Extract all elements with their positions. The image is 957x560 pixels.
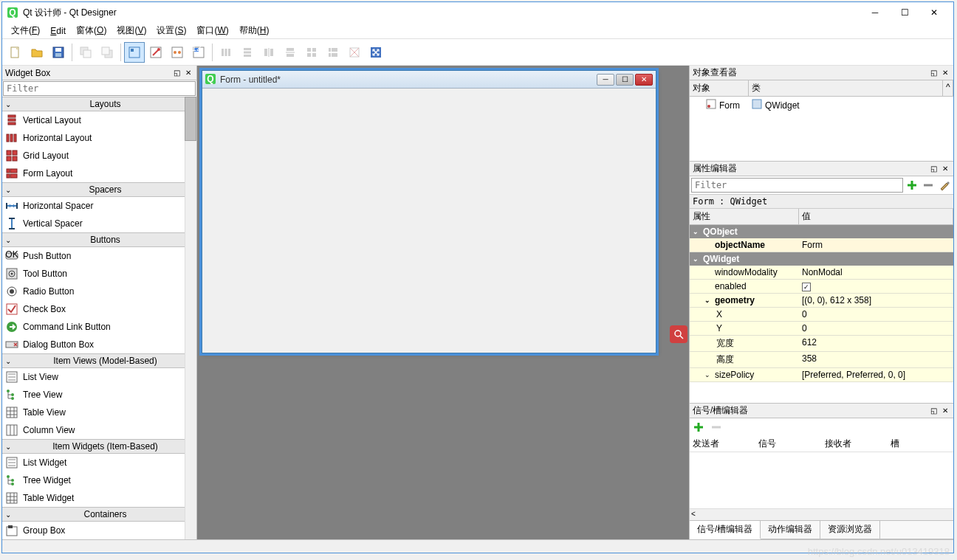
signal-hscroll[interactable]: < <box>690 508 953 520</box>
break-layout-button[interactable] <box>344 42 365 63</box>
qwidget-class-icon <box>752 99 762 111</box>
tab-信号/槽编辑器[interactable]: 信号/槽编辑器 <box>690 521 761 539</box>
category-item-views-model-based-[interactable]: ⌄Item Views (Model-Based) <box>2 353 196 368</box>
form-window[interactable]: Q Form - untitled* ─ ☐ ✕ <box>202 70 656 353</box>
menu-设置[interactable]: 设置(S) <box>152 23 191 38</box>
property-geometry-X[interactable]: X0 <box>690 308 953 322</box>
widget-tree-view[interactable]: Tree View <box>2 386 196 404</box>
bring-front-button[interactable] <box>97 42 117 63</box>
signal-list[interactable] <box>690 452 953 508</box>
layout-form-button[interactable] <box>323 42 343 63</box>
widget-dialog-button-box[interactable]: Dialog Button Box <box>2 336 196 353</box>
widget-column-view[interactable]: Column View <box>2 421 196 439</box>
layout-vertical-button[interactable] <box>237 42 258 63</box>
form-minimize-button[interactable]: ─ <box>597 74 614 86</box>
maximize-button[interactable]: ☐ <box>890 4 919 21</box>
dock-close-button[interactable]: ✕ <box>940 164 950 174</box>
property-group-QObject[interactable]: ⌄QObject <box>690 225 953 238</box>
property-geometry-Y[interactable]: Y0 <box>690 322 953 336</box>
signal-headers: 发送者 信号 接收者 槽 <box>690 436 953 452</box>
search-icon[interactable] <box>670 325 687 343</box>
property-enabled[interactable]: enabled✓ <box>690 280 953 294</box>
category-layouts[interactable]: ⌄Layouts <box>2 97 196 111</box>
open-file-button[interactable] <box>27 42 47 63</box>
widget-horizontal-layout[interactable]: Horizontal Layout <box>2 129 196 147</box>
menu-帮助[interactable]: 帮助(H) <box>235 23 274 38</box>
widget-table-view[interactable]: Table View <box>2 404 196 421</box>
add-property-button[interactable] <box>905 178 919 193</box>
add-signal-button[interactable] <box>691 420 706 435</box>
property-editor-title: 属性编辑器 ◱ ✕ <box>690 162 953 176</box>
dock-float-button[interactable]: ◱ <box>928 68 939 78</box>
form-canvas[interactable] <box>202 89 656 353</box>
widget-box-filter[interactable] <box>3 81 196 96</box>
remove-property-button[interactable] <box>921 178 936 193</box>
widget-group-box[interactable]: Group Box <box>2 522 196 539</box>
widget-tool-button[interactable]: Tool Button <box>2 265 196 283</box>
widget-vertical-layout[interactable]: Vertical Layout <box>2 111 196 129</box>
edit-signals-button[interactable] <box>145 42 166 63</box>
remove-signal-button[interactable] <box>709 420 724 435</box>
form-maximize-button[interactable]: ☐ <box>616 74 634 86</box>
property-geometry[interactable]: ⌄geometry[(0, 0), 612 x 358] <box>690 294 953 308</box>
property-windowModality[interactable]: windowModalityNonModal <box>690 266 953 280</box>
design-area[interactable]: Q Form - untitled* ─ ☐ ✕ <box>197 66 689 539</box>
menu-Edit[interactable]: Edit <box>46 24 70 38</box>
tab-动作编辑器[interactable]: 动作编辑器 <box>761 521 820 539</box>
property-geometry-高度[interactable]: 高度358 <box>690 352 953 368</box>
dock-close-button[interactable]: ✕ <box>940 406 950 416</box>
form-close-button[interactable]: ✕ <box>635 74 653 86</box>
property-geometry-宽度[interactable]: 宽度612 <box>690 336 953 352</box>
widget-vertical-spacer[interactable]: Vertical Spacer <box>2 215 196 232</box>
category-item-widgets-item-based-[interactable]: ⌄Item Widgets (Item-Based) <box>2 439 196 454</box>
send-back-button[interactable] <box>75 42 96 63</box>
widget-tree-scrollbar[interactable] <box>185 97 196 539</box>
adjust-size-button[interactable] <box>366 42 386 63</box>
widget-grid-layout[interactable]: Grid Layout <box>2 147 196 165</box>
object-tree-row[interactable]: Form QWidget <box>690 97 953 114</box>
menu-视图[interactable]: 视图(V) <box>112 23 151 38</box>
property-settings-button[interactable] <box>937 178 952 193</box>
widget-tree-widget[interactable]: Tree Widget <box>2 471 196 489</box>
dock-close-button[interactable]: ✕ <box>940 68 950 78</box>
property-group-QWidget[interactable]: ⌄QWidget <box>690 252 953 266</box>
widget-list-view[interactable]: List View <box>2 368 196 386</box>
close-button[interactable]: ✕ <box>919 4 949 21</box>
widget-check-box[interactable]: Check Box <box>2 300 196 318</box>
edit-tab-order-button[interactable]: 12 <box>188 42 209 63</box>
widget-list-widget[interactable]: List Widget <box>2 454 196 471</box>
property-table[interactable]: 属性 值 ⌄QObjectobjectNameForm⌄QWidgetwindo… <box>690 209 953 403</box>
dock-close-button[interactable]: ✕ <box>183 68 193 78</box>
widget-horizontal-spacer[interactable]: Horizontal Spacer <box>2 197 196 215</box>
edit-widgets-button[interactable] <box>124 42 145 63</box>
property-sizePolicy[interactable]: ⌄sizePolicy[Preferred, Preferred, 0, 0] <box>690 368 953 382</box>
widget-table-widget[interactable]: Table Widget <box>2 489 196 507</box>
category-spacers[interactable]: ⌄Spacers <box>2 182 196 197</box>
widget-push-button[interactable]: OKPush Button <box>2 247 196 265</box>
menu-窗体[interactable]: 窗体(O) <box>72 23 111 38</box>
widget-radio-button[interactable]: Radio Button <box>2 283 196 300</box>
edit-buddies-button[interactable] <box>167 42 188 63</box>
property-objectName[interactable]: objectNameForm <box>690 238 953 252</box>
save-file-button[interactable] <box>48 42 69 63</box>
widget-command-link-button[interactable]: Command Link Button <box>2 318 196 336</box>
object-tree[interactable]: 对象 类 ^ Form QWidget <box>690 80 953 161</box>
tab-资源浏览器[interactable]: 资源浏览器 <box>820 521 880 539</box>
menu-窗口[interactable]: 窗口(W) <box>192 23 233 38</box>
property-filter-input[interactable] <box>691 178 903 193</box>
layout-horizontal-button[interactable] <box>216 42 236 63</box>
dock-float-button[interactable]: ◱ <box>928 164 939 174</box>
menu-文件[interactable]: 文件(F) <box>7 23 44 38</box>
category-containers[interactable]: ⌄Containers <box>2 507 196 522</box>
minimize-button[interactable]: ─ <box>860 4 890 21</box>
new-file-button[interactable] <box>5 42 26 63</box>
layout-horizontal-splitter-button[interactable] <box>258 42 279 63</box>
layout-vertical-splitter-button[interactable] <box>280 42 301 63</box>
bottom-tabs: 信号/槽编辑器动作编辑器资源浏览器 <box>690 520 953 539</box>
widget-form-layout[interactable]: Form Layout <box>2 165 196 182</box>
dock-float-button[interactable]: ◱ <box>171 68 182 78</box>
category-buttons[interactable]: ⌄Buttons <box>2 232 196 247</box>
dock-float-button[interactable]: ◱ <box>928 406 939 416</box>
layout-grid-button[interactable] <box>301 42 322 63</box>
widget-tree[interactable]: ⌄LayoutsVertical LayoutHorizontal Layout… <box>2 97 196 539</box>
